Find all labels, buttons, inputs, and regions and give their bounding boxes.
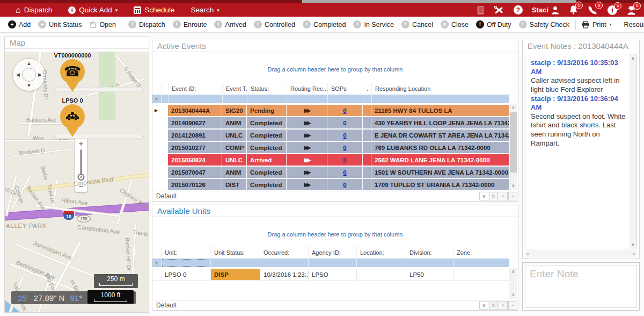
zoom-in-button[interactable]: + — [75, 139, 87, 148]
scroll-up-icon[interactable]: ∧ — [630, 54, 636, 62]
scroll-down-icon[interactable]: ∨ — [509, 291, 517, 299]
nav-item-dispatch[interactable]: ⌂Dispatch — [8, 3, 60, 17]
units-groupby-area[interactable]: Drag a column header here to group by th… — [152, 217, 518, 247]
scroll-up-icon[interactable]: ∧ — [509, 268, 517, 276]
print-button[interactable]: Print▾ — [578, 17, 616, 32]
filter-cell[interactable] — [357, 258, 406, 267]
event-row[interactable]: 2015010277COMPCompleted▶▶0769 EUBANKS RD… — [152, 142, 509, 153]
filter-cell[interactable] — [328, 95, 363, 103]
remove-view-button[interactable]: − — [508, 192, 517, 200]
column-header-zone[interactable]: Zone: — [453, 247, 509, 258]
apply-view-button[interactable]: ✓ — [499, 301, 508, 310]
column-header-location[interactable]: Location: — [357, 247, 406, 258]
filter-cell[interactable] — [287, 95, 328, 103]
safety-check-button[interactable]: !Safety Check — [515, 17, 573, 32]
police-car-marker-pin[interactable] — [60, 104, 85, 129]
unit-status-button[interactable]: +Unit Status — [34, 17, 85, 32]
sops-link[interactable]: 0 — [343, 157, 346, 163]
column-header-agency-id[interactable]: Agency ID: — [309, 247, 357, 258]
events-groupby-area[interactable]: Drag a column header here to group by th… — [152, 52, 518, 83]
column-header-sops[interactable]: SOPs — [328, 83, 363, 94]
map-canvas[interactable]: 10 158 ALLEY PARK <> <> VT000000000 ☎ LP… — [5, 52, 149, 312]
nav-item-quick-add[interactable]: +Quick Add▾ — [60, 3, 126, 17]
events-vertical-scrollbar[interactable]: ∧ ∨ — [509, 104, 517, 190]
close-button[interactable]: ✕Close — [437, 17, 472, 32]
pan-up-icon[interactable]: ▲ — [27, 61, 32, 66]
refresh-view-button[interactable]: ↻ — [489, 301, 498, 310]
column-header-event-t[interactable]: Event T... — [223, 83, 247, 94]
sops-link[interactable]: 0 — [343, 132, 346, 139]
column-header-occurred[interactable]: Occurred: — [260, 247, 309, 258]
map-pan-control[interactable]: ▲ ▼ ◀ ▶ — [12, 58, 46, 91]
filter-cell[interactable] — [169, 95, 223, 103]
notes-vertical-scrollbar[interactable]: ∧ ∨ — [630, 54, 636, 249]
filter-cell[interactable] — [223, 95, 247, 103]
filter-cell[interactable] — [453, 258, 509, 267]
dispatch-button[interactable]: !Dispatch — [125, 17, 169, 32]
sops-link[interactable]: 0 — [343, 182, 346, 188]
filter-cell[interactable] — [211, 258, 260, 267]
routing-rec-icon[interactable]: ▶▶ — [287, 105, 327, 116]
scroll-left-icon[interactable]: < — [526, 252, 529, 256]
sops-link[interactable]: 0 — [343, 107, 346, 114]
filter-cell[interactable] — [247, 95, 287, 103]
tools-icon[interactable] — [494, 5, 504, 15]
in-service-button[interactable]: !In Service — [349, 17, 398, 32]
units-vertical-scrollbar[interactable]: ∧ ∨ — [509, 268, 517, 299]
filter-cell[interactable] — [309, 258, 357, 267]
scroll-thumb[interactable] — [510, 112, 517, 173]
event-row[interactable]: 2014120891UNLCCompleted▶▶0E JENA DR COWA… — [152, 130, 509, 141]
notes-icon[interactable] — [477, 5, 485, 15]
routing-rec-icon[interactable]: ▶▶ — [287, 167, 327, 178]
chevron-down-icon[interactable]: ∨ — [479, 192, 488, 200]
filter-cell[interactable] — [372, 95, 509, 103]
column-header-unit[interactable]: Unit: — [162, 247, 211, 258]
filter-cell[interactable] — [406, 258, 453, 267]
phone-icon[interactable]: 0 — [588, 5, 598, 15]
nav-item-schedule[interactable]: Schedule — [126, 3, 182, 17]
routing-rec-icon[interactable]: ▶▶ — [287, 117, 327, 128]
pan-right-icon[interactable]: ▶ — [38, 73, 42, 77]
completed-button[interactable]: !Completed — [299, 17, 349, 32]
scroll-up-icon[interactable]: ∧ — [509, 104, 517, 112]
pan-left-icon[interactable]: ◀ — [16, 73, 20, 77]
routing-rec-icon[interactable]: ▶▶ — [287, 154, 327, 166]
column-header-status[interactable]: Status: — [247, 83, 287, 94]
enter-note-input[interactable] — [525, 265, 637, 308]
refresh-view-button[interactable]: ↻ — [489, 192, 498, 200]
agent-icon[interactable]: 0 — [626, 5, 636, 15]
units-filter-row[interactable]: ▼ — [152, 258, 509, 267]
help-icon[interactable]: ? — [514, 5, 523, 15]
sops-link[interactable]: 0 — [343, 169, 346, 176]
chevron-down-icon[interactable]: ∨ — [479, 301, 488, 310]
scroll-down-icon[interactable]: ∨ — [630, 241, 636, 249]
apply-view-button[interactable]: ✓ — [499, 192, 508, 200]
add-button[interactable]: +Add — [4, 17, 34, 32]
info-icon[interactable]: i 5 — [608, 5, 617, 15]
sops-link[interactable]: 0 — [343, 145, 346, 151]
user-menu[interactable]: Staci — [532, 6, 559, 15]
column-header-event-id[interactable]: Event ID: — [169, 83, 223, 94]
controlled-button[interactable]: !Controlled — [250, 17, 299, 32]
bell-icon[interactable]: 0 — [568, 5, 579, 15]
phone-marker-pin[interactable]: ☎ — [60, 59, 85, 84]
filter-cell[interactable] — [162, 95, 169, 103]
column-header-[interactable]: . — [363, 83, 372, 94]
sops-link[interactable]: 0 — [343, 120, 346, 126]
event-row[interactable]: 2014090627ANIMCompleted▶▶0430 YEARBY HIL… — [152, 117, 509, 128]
enroute-button[interactable]: !Enroute — [169, 17, 211, 32]
event-row[interactable]: 2015070047ANIMCompleted▶▶01501 W SOUTHER… — [152, 167, 509, 178]
arrived-button[interactable]: !Arrived — [210, 17, 250, 32]
remove-view-button[interactable]: − — [508, 301, 517, 310]
routing-rec-icon[interactable]: ▶▶ — [287, 142, 327, 153]
events-filter-row[interactable]: ▼ — [152, 95, 509, 103]
column-header-unit-status[interactable]: Unit Status: — [211, 247, 260, 258]
open-button[interactable]: Open — [85, 17, 120, 32]
filter-cell[interactable] — [363, 95, 372, 103]
unit-row[interactable]: LPSO 0DISP10/3/2016 1:23:...LPSOLP50 — [152, 269, 509, 281]
filter-cell[interactable] — [260, 258, 309, 267]
column-header-division[interactable]: Division: — [406, 247, 453, 258]
routing-rec-icon[interactable]: ▶▶ — [287, 130, 327, 141]
event-row[interactable]: ▶2013040444ASIG20Pending▶▶021165 HWY 84 … — [152, 105, 509, 116]
filter-cell[interactable] — [162, 258, 211, 267]
